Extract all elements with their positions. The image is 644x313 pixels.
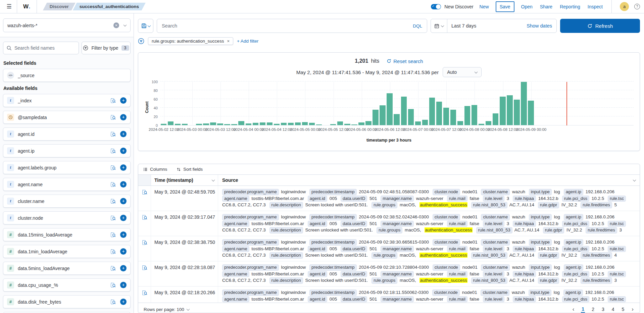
field-item-cluster.node[interactable]: tcluster.node+ bbox=[3, 211, 131, 224]
filter-pill[interactable]: rule.groups: authentication_success × bbox=[148, 37, 233, 45]
field-item-data.cpu_usage_%[interactable]: #data.cpu_usage_%+ bbox=[3, 278, 131, 292]
page-5-button[interactable]: 5 bbox=[621, 306, 625, 312]
histogram-bar[interactable] bbox=[408, 109, 414, 125]
field-item-data.15mins_loadAverage[interactable]: #data.15mins_loadAverage+ bbox=[3, 228, 131, 241]
add-field-button[interactable]: + bbox=[120, 282, 127, 288]
visualize-field-button[interactable] bbox=[110, 215, 116, 221]
histogram-bar[interactable] bbox=[372, 109, 379, 125]
field-item-agent.labels.group[interactable]: tagent.labels.group+ bbox=[3, 161, 131, 174]
visualize-field-button[interactable] bbox=[110, 115, 116, 120]
histogram-bar[interactable] bbox=[471, 105, 478, 125]
histogram-bar[interactable] bbox=[316, 124, 322, 125]
nav-share-button[interactable]: Share bbox=[539, 3, 553, 11]
histogram-bar[interactable] bbox=[231, 124, 237, 125]
histogram-bar[interactable] bbox=[386, 93, 393, 125]
histogram-bar[interactable] bbox=[175, 123, 181, 125]
histogram-bar[interactable] bbox=[167, 121, 174, 125]
page-4-button[interactable]: 4 bbox=[611, 306, 615, 312]
visualize-field-button[interactable] bbox=[110, 266, 116, 271]
breadcrumb-discover[interactable]: Discover bbox=[43, 3, 76, 10]
add-field-button[interactable]: + bbox=[120, 231, 127, 238]
histogram-bar[interactable] bbox=[217, 123, 223, 125]
histogram-bar[interactable] bbox=[499, 96, 506, 125]
field-item-data.1min_loadAverage[interactable]: #data.1min_loadAverage+ bbox=[3, 245, 131, 258]
histogram-bar[interactable] bbox=[330, 124, 336, 125]
page-1-button[interactable]: 1 bbox=[581, 306, 585, 313]
visualize-field-button[interactable] bbox=[110, 98, 116, 103]
visualize-field-button[interactable] bbox=[110, 299, 116, 305]
sort-fields-button[interactable]: Sort fields bbox=[177, 167, 203, 172]
menu-icon[interactable]: ☰ bbox=[4, 3, 14, 10]
histogram-bar[interactable] bbox=[274, 123, 280, 125]
expand-row-button[interactable] bbox=[142, 240, 147, 245]
histogram-bar[interactable] bbox=[224, 124, 230, 125]
user-avatar[interactable]: a bbox=[620, 2, 629, 11]
histogram-bar[interactable] bbox=[450, 109, 456, 125]
histogram-bar[interactable] bbox=[295, 122, 301, 125]
field-item-_source[interactable]: </> _source bbox=[3, 69, 131, 82]
histogram-bar[interactable] bbox=[358, 122, 364, 125]
visualize-field-button[interactable] bbox=[110, 232, 116, 238]
histogram-bar[interactable] bbox=[485, 121, 492, 125]
visualize-field-button[interactable] bbox=[110, 148, 116, 154]
field-item-agent.name[interactable]: tagent.name+ bbox=[3, 178, 131, 191]
visualize-field-button[interactable] bbox=[110, 165, 116, 170]
histogram-bar[interactable] bbox=[379, 105, 386, 125]
histogram-bar[interactable] bbox=[245, 123, 252, 125]
histogram-bar[interactable] bbox=[259, 122, 266, 125]
histogram-bar[interactable] bbox=[238, 121, 244, 125]
query-language-button[interactable]: DQL bbox=[413, 23, 422, 29]
next-page-button[interactable]: › bbox=[631, 306, 634, 313]
nav-save-button[interactable]: Save bbox=[496, 1, 514, 12]
histogram-bar[interactable] bbox=[281, 122, 287, 125]
visualize-field-button[interactable] bbox=[110, 249, 116, 254]
breadcrumb-saved-search[interactable]: successful_authentications bbox=[73, 3, 146, 10]
field-item-@sampledata[interactable]: @sampledata+ bbox=[3, 111, 131, 124]
filter-by-type-button[interactable]: Filter by type 3 bbox=[82, 42, 131, 54]
date-quick-select-button[interactable] bbox=[431, 19, 447, 33]
nav-new-button[interactable]: New bbox=[479, 3, 490, 11]
rows-per-page-button[interactable]: Rows per page: 100 bbox=[144, 307, 189, 312]
expand-row-button[interactable] bbox=[142, 190, 147, 195]
field-search-box[interactable] bbox=[3, 42, 79, 54]
columns-button[interactable]: Columns bbox=[143, 167, 167, 172]
histogram-bar[interactable] bbox=[436, 101, 442, 125]
histogram-bar[interactable] bbox=[443, 107, 449, 125]
histogram-bar[interactable] bbox=[521, 82, 527, 125]
add-field-button[interactable]: + bbox=[120, 148, 127, 154]
field-item-data.5mins_loadAverage[interactable]: #data.5mins_loadAverage+ bbox=[3, 262, 131, 275]
wazuh-logo[interactable]: W. bbox=[20, 3, 34, 10]
expand-row-button[interactable] bbox=[142, 215, 147, 220]
histogram-bar[interactable] bbox=[401, 96, 407, 125]
nav-inspect-button[interactable]: Inspect bbox=[587, 3, 603, 11]
histogram-bar[interactable] bbox=[478, 123, 485, 125]
histogram-bar[interactable] bbox=[415, 121, 421, 125]
histogram-bar[interactable] bbox=[457, 121, 463, 125]
histogram-bar[interactable] bbox=[266, 122, 273, 125]
histogram-bar[interactable] bbox=[252, 122, 259, 125]
expand-row-button[interactable] bbox=[142, 265, 147, 270]
index-pattern-select[interactable]: wazuh-alerts-* ✕ bbox=[3, 18, 131, 32]
histogram-bar[interactable] bbox=[464, 106, 470, 125]
histogram-bar[interactable] bbox=[302, 122, 308, 125]
add-field-button[interactable]: + bbox=[120, 248, 127, 255]
saved-query-menu-button[interactable] bbox=[138, 19, 153, 33]
visualize-field-button[interactable] bbox=[110, 199, 116, 204]
interval-select[interactable]: Auto bbox=[443, 67, 482, 77]
search-bar[interactable]: DQL bbox=[157, 19, 427, 33]
histogram-bar[interactable] bbox=[196, 123, 202, 125]
histogram-bar[interactable] bbox=[344, 123, 350, 125]
previous-page-button[interactable]: ‹ bbox=[572, 306, 575, 313]
histogram-bar[interactable] bbox=[323, 125, 329, 125]
histogram-bar[interactable] bbox=[288, 122, 294, 125]
histogram-bar[interactable] bbox=[337, 121, 343, 125]
field-item-agent.ip[interactable]: tagent.ip+ bbox=[3, 144, 131, 157]
add-field-button[interactable]: + bbox=[120, 131, 127, 137]
add-field-button[interactable]: + bbox=[120, 198, 127, 204]
nav-reporting-button[interactable]: Reporting bbox=[559, 3, 581, 11]
page-3-button[interactable]: 3 bbox=[601, 306, 605, 312]
field-item-_index[interactable]: t_index+ bbox=[3, 94, 131, 107]
histogram-bar[interactable] bbox=[160, 123, 167, 125]
histogram-bar[interactable] bbox=[513, 99, 520, 125]
refresh-button[interactable]: Refresh bbox=[560, 19, 640, 33]
